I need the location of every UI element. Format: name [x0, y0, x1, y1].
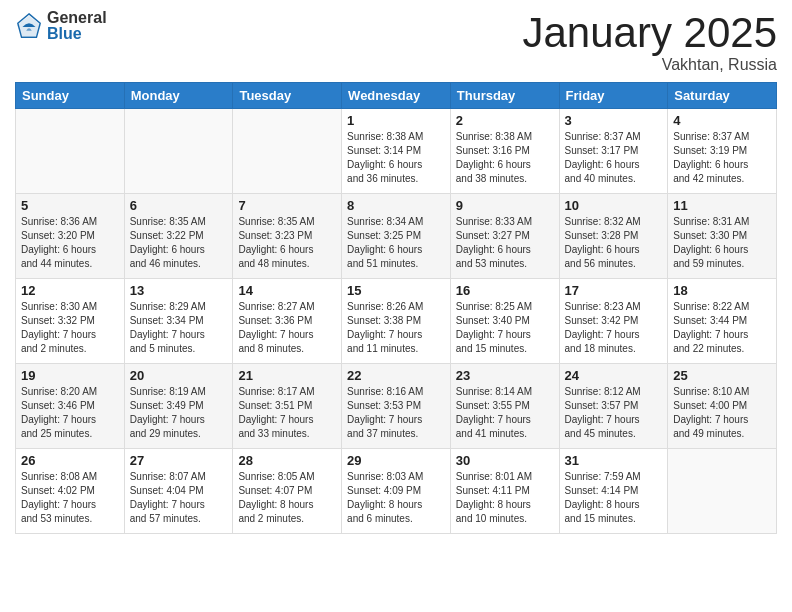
month-title: January 2025 — [522, 10, 777, 56]
day-info: Sunrise: 8:17 AM Sunset: 3:51 PM Dayligh… — [238, 385, 336, 441]
day-info: Sunrise: 8:31 AM Sunset: 3:30 PM Dayligh… — [673, 215, 771, 271]
day-number: 11 — [673, 198, 771, 213]
day-number: 25 — [673, 368, 771, 383]
day-number: 23 — [456, 368, 554, 383]
day-info: Sunrise: 8:14 AM Sunset: 3:55 PM Dayligh… — [456, 385, 554, 441]
calendar-week-row-0: 1Sunrise: 8:38 AM Sunset: 3:14 PM Daylig… — [16, 109, 777, 194]
day-number: 20 — [130, 368, 228, 383]
day-info: Sunrise: 8:07 AM Sunset: 4:04 PM Dayligh… — [130, 470, 228, 526]
calendar-cell-w0-d4: 2Sunrise: 8:38 AM Sunset: 3:16 PM Daylig… — [450, 109, 559, 194]
day-info: Sunrise: 8:25 AM Sunset: 3:40 PM Dayligh… — [456, 300, 554, 356]
calendar-cell-w0-d3: 1Sunrise: 8:38 AM Sunset: 3:14 PM Daylig… — [342, 109, 451, 194]
calendar-cell-w1-d6: 11Sunrise: 8:31 AM Sunset: 3:30 PM Dayli… — [668, 194, 777, 279]
calendar-cell-w2-d3: 15Sunrise: 8:26 AM Sunset: 3:38 PM Dayli… — [342, 279, 451, 364]
calendar-cell-w4-d2: 28Sunrise: 8:05 AM Sunset: 4:07 PM Dayli… — [233, 449, 342, 534]
day-number: 31 — [565, 453, 663, 468]
day-info: Sunrise: 8:37 AM Sunset: 3:19 PM Dayligh… — [673, 130, 771, 186]
calendar-cell-w0-d1 — [124, 109, 233, 194]
day-number: 22 — [347, 368, 445, 383]
day-number: 21 — [238, 368, 336, 383]
calendar-cell-w1-d2: 7Sunrise: 8:35 AM Sunset: 3:23 PM Daylig… — [233, 194, 342, 279]
day-info: Sunrise: 8:03 AM Sunset: 4:09 PM Dayligh… — [347, 470, 445, 526]
calendar-cell-w1-d5: 10Sunrise: 8:32 AM Sunset: 3:28 PM Dayli… — [559, 194, 668, 279]
calendar-cell-w2-d5: 17Sunrise: 8:23 AM Sunset: 3:42 PM Dayli… — [559, 279, 668, 364]
logo-blue-text: Blue — [47, 26, 107, 42]
day-number: 12 — [21, 283, 119, 298]
day-info: Sunrise: 8:05 AM Sunset: 4:07 PM Dayligh… — [238, 470, 336, 526]
day-number: 9 — [456, 198, 554, 213]
calendar-week-row-3: 19Sunrise: 8:20 AM Sunset: 3:46 PM Dayli… — [16, 364, 777, 449]
day-number: 17 — [565, 283, 663, 298]
day-info: Sunrise: 8:26 AM Sunset: 3:38 PM Dayligh… — [347, 300, 445, 356]
day-info: Sunrise: 8:22 AM Sunset: 3:44 PM Dayligh… — [673, 300, 771, 356]
day-info: Sunrise: 8:33 AM Sunset: 3:27 PM Dayligh… — [456, 215, 554, 271]
weekday-friday: Friday — [559, 83, 668, 109]
day-info: Sunrise: 8:12 AM Sunset: 3:57 PM Dayligh… — [565, 385, 663, 441]
header: General Blue January 2025 Vakhtan, Russi… — [15, 10, 777, 74]
calendar-cell-w3-d1: 20Sunrise: 8:19 AM Sunset: 3:49 PM Dayli… — [124, 364, 233, 449]
calendar-cell-w1-d0: 5Sunrise: 8:36 AM Sunset: 3:20 PM Daylig… — [16, 194, 125, 279]
calendar-week-row-2: 12Sunrise: 8:30 AM Sunset: 3:32 PM Dayli… — [16, 279, 777, 364]
day-number: 6 — [130, 198, 228, 213]
day-info: Sunrise: 8:38 AM Sunset: 3:16 PM Dayligh… — [456, 130, 554, 186]
day-number: 26 — [21, 453, 119, 468]
calendar-cell-w4-d6 — [668, 449, 777, 534]
calendar-cell-w2-d4: 16Sunrise: 8:25 AM Sunset: 3:40 PM Dayli… — [450, 279, 559, 364]
day-number: 16 — [456, 283, 554, 298]
day-number: 5 — [21, 198, 119, 213]
day-number: 13 — [130, 283, 228, 298]
calendar-cell-w0-d0 — [16, 109, 125, 194]
calendar-cell-w0-d5: 3Sunrise: 8:37 AM Sunset: 3:17 PM Daylig… — [559, 109, 668, 194]
calendar-cell-w4-d3: 29Sunrise: 8:03 AM Sunset: 4:09 PM Dayli… — [342, 449, 451, 534]
day-info: Sunrise: 8:10 AM Sunset: 4:00 PM Dayligh… — [673, 385, 771, 441]
calendar-cell-w4-d4: 30Sunrise: 8:01 AM Sunset: 4:11 PM Dayli… — [450, 449, 559, 534]
day-info: Sunrise: 7:59 AM Sunset: 4:14 PM Dayligh… — [565, 470, 663, 526]
day-info: Sunrise: 8:08 AM Sunset: 4:02 PM Dayligh… — [21, 470, 119, 526]
day-number: 30 — [456, 453, 554, 468]
day-number: 28 — [238, 453, 336, 468]
calendar-cell-w4-d0: 26Sunrise: 8:08 AM Sunset: 4:02 PM Dayli… — [16, 449, 125, 534]
day-number: 1 — [347, 113, 445, 128]
calendar-cell-w2-d0: 12Sunrise: 8:30 AM Sunset: 3:32 PM Dayli… — [16, 279, 125, 364]
day-info: Sunrise: 8:29 AM Sunset: 3:34 PM Dayligh… — [130, 300, 228, 356]
calendar-cell-w0-d6: 4Sunrise: 8:37 AM Sunset: 3:19 PM Daylig… — [668, 109, 777, 194]
calendar-cell-w0-d2 — [233, 109, 342, 194]
day-number: 4 — [673, 113, 771, 128]
day-info: Sunrise: 8:19 AM Sunset: 3:49 PM Dayligh… — [130, 385, 228, 441]
weekday-monday: Monday — [124, 83, 233, 109]
day-number: 14 — [238, 283, 336, 298]
weekday-sunday: Sunday — [16, 83, 125, 109]
day-info: Sunrise: 8:01 AM Sunset: 4:11 PM Dayligh… — [456, 470, 554, 526]
calendar-cell-w4-d1: 27Sunrise: 8:07 AM Sunset: 4:04 PM Dayli… — [124, 449, 233, 534]
day-info: Sunrise: 8:20 AM Sunset: 3:46 PM Dayligh… — [21, 385, 119, 441]
day-info: Sunrise: 8:36 AM Sunset: 3:20 PM Dayligh… — [21, 215, 119, 271]
page: General Blue January 2025 Vakhtan, Russi… — [0, 0, 792, 612]
calendar-cell-w2-d6: 18Sunrise: 8:22 AM Sunset: 3:44 PM Dayli… — [668, 279, 777, 364]
calendar-cell-w3-d0: 19Sunrise: 8:20 AM Sunset: 3:46 PM Dayli… — [16, 364, 125, 449]
location: Vakhtan, Russia — [522, 56, 777, 74]
weekday-header-row: Sunday Monday Tuesday Wednesday Thursday… — [16, 83, 777, 109]
calendar-cell-w1-d4: 9Sunrise: 8:33 AM Sunset: 3:27 PM Daylig… — [450, 194, 559, 279]
day-number: 27 — [130, 453, 228, 468]
day-info: Sunrise: 8:16 AM Sunset: 3:53 PM Dayligh… — [347, 385, 445, 441]
day-number: 2 — [456, 113, 554, 128]
day-number: 24 — [565, 368, 663, 383]
day-number: 29 — [347, 453, 445, 468]
day-number: 18 — [673, 283, 771, 298]
calendar-cell-w2-d2: 14Sunrise: 8:27 AM Sunset: 3:36 PM Dayli… — [233, 279, 342, 364]
day-number: 10 — [565, 198, 663, 213]
day-number: 8 — [347, 198, 445, 213]
title-block: January 2025 Vakhtan, Russia — [522, 10, 777, 74]
day-number: 15 — [347, 283, 445, 298]
calendar-week-row-4: 26Sunrise: 8:08 AM Sunset: 4:02 PM Dayli… — [16, 449, 777, 534]
calendar-cell-w4-d5: 31Sunrise: 7:59 AM Sunset: 4:14 PM Dayli… — [559, 449, 668, 534]
day-info: Sunrise: 8:35 AM Sunset: 3:22 PM Dayligh… — [130, 215, 228, 271]
day-number: 7 — [238, 198, 336, 213]
calendar-cell-w3-d4: 23Sunrise: 8:14 AM Sunset: 3:55 PM Dayli… — [450, 364, 559, 449]
calendar: Sunday Monday Tuesday Wednesday Thursday… — [15, 82, 777, 534]
calendar-cell-w3-d6: 25Sunrise: 8:10 AM Sunset: 4:00 PM Dayli… — [668, 364, 777, 449]
calendar-cell-w3-d2: 21Sunrise: 8:17 AM Sunset: 3:51 PM Dayli… — [233, 364, 342, 449]
weekday-saturday: Saturday — [668, 83, 777, 109]
weekday-wednesday: Wednesday — [342, 83, 451, 109]
day-info: Sunrise: 8:23 AM Sunset: 3:42 PM Dayligh… — [565, 300, 663, 356]
